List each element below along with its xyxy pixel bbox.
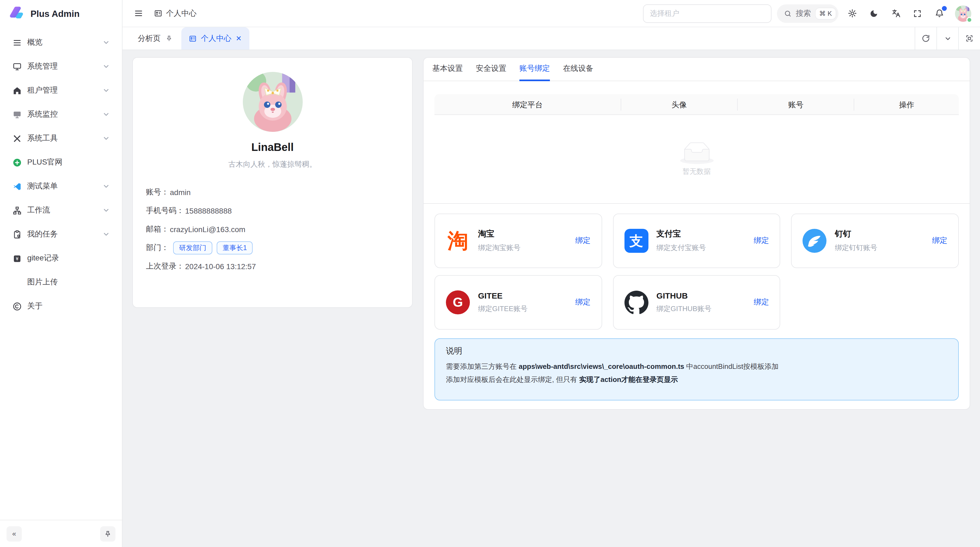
pin-icon[interactable] (165, 35, 173, 42)
refresh-button[interactable] (915, 27, 937, 49)
bind-link[interactable]: 绑定 (754, 297, 769, 307)
profile-card-icon (189, 35, 197, 42)
tab-basic-settings[interactable]: 基本设置 (432, 58, 463, 81)
sidebar-item-plus-website[interactable]: PLUS官网 (5, 152, 116, 173)
tabbar-controls (915, 27, 980, 49)
chevron-down-icon (102, 135, 110, 142)
user-avatar[interactable] (955, 5, 971, 22)
sidebar-item-system-management[interactable]: 系统管理 (5, 56, 116, 77)
profile-avatar (243, 72, 302, 132)
alipay-icon: 支 (624, 229, 648, 253)
sidebar-item-my-tasks[interactable]: 我的任务 (5, 223, 116, 245)
platform-desc: 绑定GITHUB账号 (656, 304, 711, 314)
bind-card-taobao: 淘 淘宝 绑定淘宝账号 绑定 (434, 214, 602, 268)
empty-text: 暂无数据 (682, 167, 711, 177)
platform-name: 支付宝 (656, 229, 706, 239)
hamburger-icon (134, 9, 143, 18)
sidebar-footer: « (0, 520, 122, 547)
field-account: 账号： admin (146, 183, 399, 202)
profile-card-icon (154, 9, 162, 18)
content-fullscreen-button[interactable] (958, 27, 980, 49)
display-icon (12, 110, 22, 119)
note-title: 说明 (446, 346, 947, 356)
field-email: 邮箱： crazyLionLi@163.com (146, 220, 399, 239)
bind-card-alipay: 支 支付宝 绑定支付宝账号 绑定 (613, 214, 780, 268)
global-search-button[interactable]: 搜索 ⌘ K (776, 4, 838, 22)
column-actions: 操作 (854, 98, 959, 110)
menu-lines-icon (12, 38, 22, 48)
gear-icon (848, 9, 857, 18)
logo[interactable]: Plus Admin (0, 0, 122, 27)
search-label: 搜索 (796, 8, 811, 18)
platform-name: GITHUB (656, 291, 711, 300)
dingtalk-icon (803, 229, 827, 253)
sidebar-item-workflow[interactable]: 工作流 (5, 199, 116, 221)
sidebar-item-overview[interactable]: 概览 (5, 32, 116, 53)
profile-fields: 账号： admin 手机号码： 15888888888 邮箱： crazyLio… (146, 183, 399, 276)
bind-link[interactable]: 绑定 (575, 297, 590, 307)
tab-online-devices[interactable]: 在线设备 (563, 58, 593, 81)
platform-name: 钉钉 (835, 229, 877, 239)
breadcrumb: 个人中心 (154, 8, 197, 18)
platform-name: 淘宝 (478, 229, 520, 239)
sidebar-menu: 概览 系统管理 租户管理 系统监控 (0, 27, 122, 317)
platform-desc: 绑定钉钉账号 (835, 243, 877, 253)
github-icon (624, 290, 648, 314)
header-actions: 搜索 ⌘ K (643, 4, 971, 22)
sidebar-item-about[interactable]: 关于 (5, 295, 116, 317)
sidebar-toggle-button[interactable] (130, 5, 146, 22)
tab-profile-center[interactable]: 个人中心 ✕ (181, 27, 249, 49)
chevron-down-icon (102, 230, 110, 238)
sidebar-item-system-monitor[interactable]: 系统监控 (5, 104, 116, 125)
fullscreen-icon (913, 9, 922, 18)
home-icon (12, 86, 22, 95)
tab-menu-button[interactable] (937, 27, 958, 49)
note-line-1: 需要添加第三方账号在 apps\web-antd\src\views\_core… (446, 360, 947, 373)
close-icon[interactable]: ✕ (236, 35, 242, 42)
sidebar-item-tenant-management[interactable]: 租户管理 (5, 80, 116, 101)
avatar-image (243, 72, 302, 132)
vscode-icon (12, 182, 22, 191)
bind-link[interactable]: 绑定 (932, 236, 947, 246)
translate-icon (891, 9, 900, 18)
column-platform: 绑定平台 (434, 98, 620, 110)
chevron-down-icon (102, 182, 110, 190)
chevron-down-icon (102, 87, 110, 94)
app-root: Plus Admin 概览 系统管理 租户管理 (0, 0, 980, 547)
fullscreen-button[interactable] (909, 5, 926, 22)
moon-icon (869, 9, 878, 18)
bind-card-dingtalk: 钉钉 绑定钉钉账号 绑定 (791, 214, 959, 268)
platform-desc: 绑定GITEE账号 (478, 304, 528, 314)
tab-analysis[interactable]: 分析页 (123, 27, 173, 49)
settings-button[interactable] (844, 5, 860, 22)
breadcrumb-current: 个人中心 (166, 8, 197, 18)
notifications-button[interactable] (931, 5, 947, 22)
platform-desc: 绑定支付宝账号 (656, 243, 706, 253)
profile-motto: 古木向人秋，惊蓬掠髩稠。 (146, 159, 399, 169)
tenant-select-input[interactable] (643, 4, 771, 22)
empty-box-icon (679, 142, 714, 164)
bind-link[interactable]: 绑定 (754, 236, 769, 246)
dark-mode-button[interactable] (865, 5, 882, 22)
sidebar-item-image-upload[interactable]: 图片上传 (5, 271, 116, 293)
tab-account-binding[interactable]: 账号绑定 (519, 58, 550, 81)
sidebar-pin-button[interactable] (100, 526, 115, 541)
department-tag: 董事长1 (217, 241, 253, 254)
gitee-icon: G (446, 290, 470, 314)
app-title: Plus Admin (30, 8, 80, 19)
sidebar-item-test-menu[interactable]: 测试菜单 (5, 175, 116, 197)
scan-fullscreen-icon (965, 34, 974, 43)
tab-security-settings[interactable]: 安全设置 (476, 58, 506, 81)
panel-tabs: 基本设置 安全设置 账号绑定 在线设备 (423, 58, 970, 81)
binding-cards: 淘 淘宝 绑定淘宝账号 绑定 支 支付宝 绑定支付宝账号 绑定 (423, 204, 970, 330)
platform-name: GITEE (478, 291, 528, 300)
clipboard-icon (12, 230, 22, 239)
bind-link[interactable]: 绑定 (575, 236, 590, 246)
sidebar-item-gitee-records[interactable]: ¥ gitee记录 (5, 247, 116, 269)
language-button[interactable] (888, 5, 904, 22)
plus-circle-icon (12, 158, 22, 167)
sidebar-collapse-button[interactable]: « (6, 526, 22, 541)
taobao-icon: 淘 (446, 229, 470, 253)
sidebar-item-system-tools[interactable]: 系统工具 (5, 128, 116, 149)
notification-badge (942, 6, 947, 11)
